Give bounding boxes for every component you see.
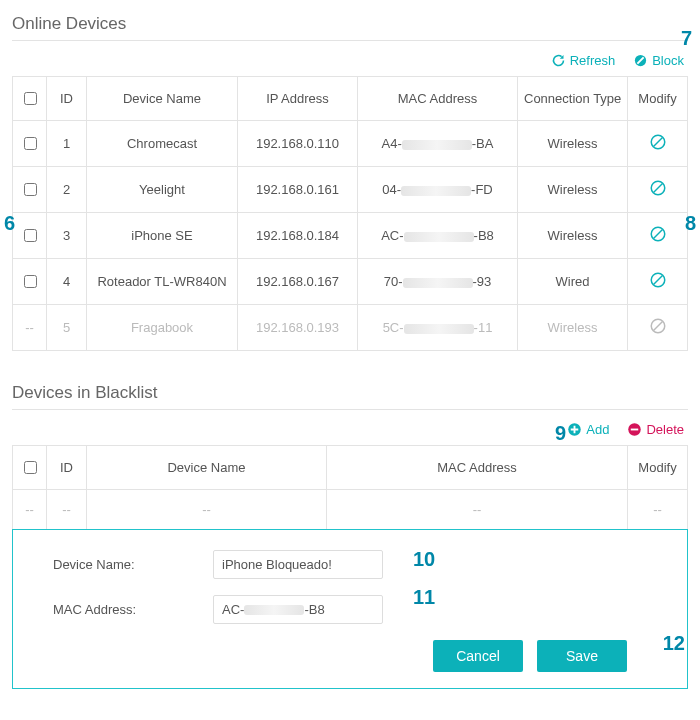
cell-mac: 70--93 [358,259,518,305]
cell-conn: Wired [518,259,628,305]
cell-name: Yeelight [87,167,238,213]
cell-id: 2 [47,167,87,213]
mac-mask [404,324,474,334]
mac-mask [403,278,473,288]
cell-conn: Wireless [518,167,628,213]
cell-name: iPhone SE [87,213,238,259]
cell-ip: 192.168.0.184 [238,213,358,259]
mac-address-input[interactable]: AC- -B8 [213,595,383,624]
cell-id: 3 [47,213,87,259]
block-button[interactable]: Block [633,53,684,68]
table-row: 4Roteador TL-WR840N192.168.0.16770--93Wi… [13,259,688,305]
online-devices-title: Online Devices [12,14,688,41]
mac-mask [244,605,304,615]
bl-col-name: Device Name [87,446,327,490]
annotation-12: 12 [663,632,685,655]
cell-name: Chromecast [87,121,238,167]
cell-id: 4 [47,259,87,305]
refresh-icon [551,53,566,68]
table-row: 1Chromecast192.168.0.110A4--BAWireless [13,121,688,167]
table-row: 2Yeelight192.168.0.16104--FDWireless [13,167,688,213]
bl-col-id: ID [47,446,87,490]
col-ip: IP Address [238,77,358,121]
svg-line-11 [653,322,662,331]
add-button[interactable]: Add [567,422,609,437]
add-label: Add [586,422,609,437]
refresh-button[interactable]: Refresh [551,53,616,68]
refresh-label: Refresh [570,53,616,68]
row-checkbox[interactable] [24,229,37,242]
add-device-form: 10 11 12 Device Name: MAC Address: AC- -… [12,529,688,689]
cancel-button[interactable]: Cancel [433,640,523,672]
blacklist-toolbar: 9 Add Delete [12,410,688,445]
delete-button[interactable]: Delete [627,422,684,437]
svg-line-7 [653,230,662,239]
cell-ip: 192.168.0.110 [238,121,358,167]
svg-line-9 [653,276,662,285]
col-mac: MAC Address [358,77,518,121]
cell-id: 1 [47,121,87,167]
bl-col-modify: Modify [628,446,688,490]
annotation-9: 9 [555,422,566,445]
col-id: ID [47,77,87,121]
cell-ip: 192.168.0.167 [238,259,358,305]
block-icon [633,53,648,68]
select-all-blacklist[interactable] [24,461,37,474]
online-devices-table: ID Device Name IP Address MAC Address Co… [12,76,688,351]
cell-mac: A4--BA [358,121,518,167]
table-row: 3iPhone SE192.168.0.184AC--B8Wireless [13,213,688,259]
mac-mask [404,232,474,242]
blacklist-empty-row: -- -- -- -- -- [13,490,688,530]
cell-conn: Wireless [518,305,628,351]
mac-mask [402,140,472,150]
row-checkbox[interactable] [24,137,37,150]
block-label: Block [652,53,684,68]
blacklist-table: ID Device Name MAC Address Modify -- -- … [12,445,688,530]
block-row-button[interactable] [649,133,667,151]
cell-name: Roteador TL-WR840N [87,259,238,305]
col-modify: Modify [628,77,688,121]
block-row-button[interactable] [649,225,667,243]
row-checkbox[interactable] [24,275,37,288]
annotation-11: 11 [413,586,435,609]
plus-icon [567,422,582,437]
delete-label: Delete [646,422,684,437]
cell-mac: 5C--11 [358,305,518,351]
cell-name: Fragabook [87,305,238,351]
col-conn: Connection Type [518,77,628,121]
annotation-7: 7 [681,27,692,50]
save-button[interactable]: Save [537,640,627,672]
device-name-label: Device Name: [53,557,213,572]
cell-ip: 192.168.0.161 [238,167,358,213]
cell-ip: 192.168.0.193 [238,305,358,351]
table-row: --5Fragabook192.168.0.1935C--11Wireless [13,305,688,351]
cell-conn: Wireless [518,121,628,167]
mac-suffix: -B8 [304,602,324,617]
mac-prefix: AC- [222,602,244,617]
annotation-6: 6 [4,212,15,235]
device-name-input[interactable] [213,550,383,579]
svg-line-3 [653,138,662,147]
cell-mac: AC--B8 [358,213,518,259]
cell-mac: 04--FD [358,167,518,213]
row-checkbox[interactable] [24,183,37,196]
annotation-8: 8 [685,212,696,235]
bl-col-mac: MAC Address [327,446,628,490]
annotation-10: 10 [413,548,435,571]
block-row-button[interactable] [649,271,667,289]
online-toolbar: 7 Refresh Block [12,41,688,76]
block-row-button[interactable] [649,179,667,197]
mac-mask [401,186,471,196]
blacklist-title: Devices in Blacklist [12,383,688,410]
minus-icon [627,422,642,437]
select-all-online[interactable] [24,92,37,105]
cell-id: 5 [47,305,87,351]
cell-conn: Wireless [518,213,628,259]
block-row-button[interactable] [649,317,667,335]
col-name: Device Name [87,77,238,121]
mac-address-label: MAC Address: [53,602,213,617]
svg-line-5 [653,184,662,193]
